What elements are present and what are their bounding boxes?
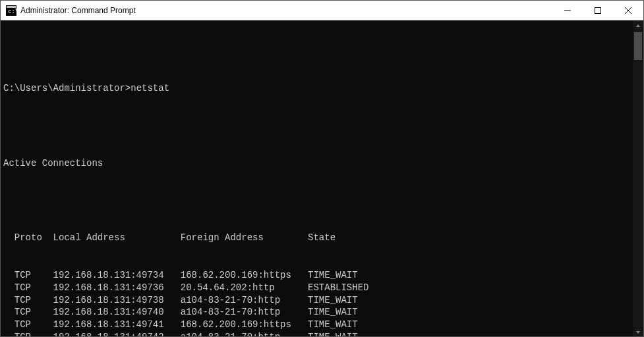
close-button[interactable] [613, 1, 643, 20]
cell-local: 192.168.18.131:49734 [53, 269, 181, 282]
prompt-command: netstat [131, 83, 169, 93]
terminal-area[interactable]: C:\Users\Administrator>netstat Active Co… [1, 20, 643, 337]
cell-foreign: a104-83-21-70:http [181, 306, 308, 319]
cell-state: TIME_WAIT [308, 306, 358, 319]
cell-local: 192.168.18.131:49740 [53, 306, 181, 319]
table-row: TCP192.168.18.131:49740a104-83-21-70:htt… [3, 306, 641, 319]
cell-foreign: a104-83-21-70:http [181, 331, 308, 337]
window-titlebar: c:\ Administrator: Command Prompt [1, 1, 643, 20]
col-state-header: State [308, 232, 336, 244]
cmd-icon: c:\ [6, 5, 16, 16]
cell-local: 192.168.18.131:49736 [53, 282, 181, 294]
col-proto-header: Proto [15, 232, 53, 244]
table-row: TCP192.168.18.131:49738a104-83-21-70:htt… [3, 294, 641, 307]
cell-foreign: 20.54.64.202:http [181, 282, 308, 294]
cell-proto: TCP [15, 319, 53, 331]
cell-foreign: 168.62.200.169:https [181, 269, 308, 282]
maximize-button[interactable] [583, 1, 613, 20]
cell-local: 192.168.18.131:49742 [53, 331, 181, 337]
cell-foreign: a104-83-21-70:http [181, 294, 308, 307]
cell-state: TIME_WAIT [308, 319, 358, 331]
minimize-button[interactable] [552, 1, 583, 20]
svg-text:c:\: c:\ [8, 8, 16, 14]
table-row: TCP192.168.18.131:49741168.62.200.169:ht… [3, 319, 641, 331]
cell-proto: TCP [15, 294, 53, 307]
cell-local: 192.168.18.131:49741 [53, 319, 181, 331]
table-row: TCP192.168.18.131:4973620.54.64.202:http… [3, 282, 641, 294]
cell-local: 192.168.18.131:49738 [53, 294, 181, 307]
col-local-header: Local Address [53, 232, 181, 244]
cell-state: ESTABLISHED [308, 282, 368, 294]
cell-proto: TCP [15, 331, 53, 337]
cell-state: TIME_WAIT [308, 331, 358, 337]
prompt-prefix: C:\Users\Administrator> [3, 83, 131, 93]
output-heading: Active Connections [3, 157, 641, 170]
scrollbar-thumb[interactable] [634, 32, 642, 60]
column-headers: ProtoLocal AddressForeign AddressState [3, 232, 641, 244]
col-foreign-header: Foreign Address [181, 232, 308, 244]
cell-proto: TCP [15, 306, 53, 319]
cell-foreign: 168.62.200.169:https [181, 319, 308, 331]
scrollbar-track[interactable] [633, 20, 643, 337]
table-row: TCP192.168.18.131:49742a104-83-21-70:htt… [3, 331, 641, 337]
svg-rect-4 [595, 7, 601, 13]
terminal-content: C:\Users\Administrator>netstat Active Co… [1, 20, 643, 337]
cell-state: TIME_WAIT [308, 269, 358, 282]
scrollbar-up-button[interactable] [633, 20, 643, 31]
window-title: Administrator: Command Prompt [20, 6, 552, 15]
prompt-line: C:\Users\Administrator>netstat [3, 82, 641, 95]
table-row: TCP192.168.18.131:49734168.62.200.169:ht… [3, 269, 641, 282]
cell-proto: TCP [15, 282, 53, 294]
scrollbar-down-button[interactable] [633, 327, 643, 337]
window-controls [552, 1, 643, 20]
cell-state: TIME_WAIT [308, 294, 358, 307]
cell-proto: TCP [15, 269, 53, 282]
